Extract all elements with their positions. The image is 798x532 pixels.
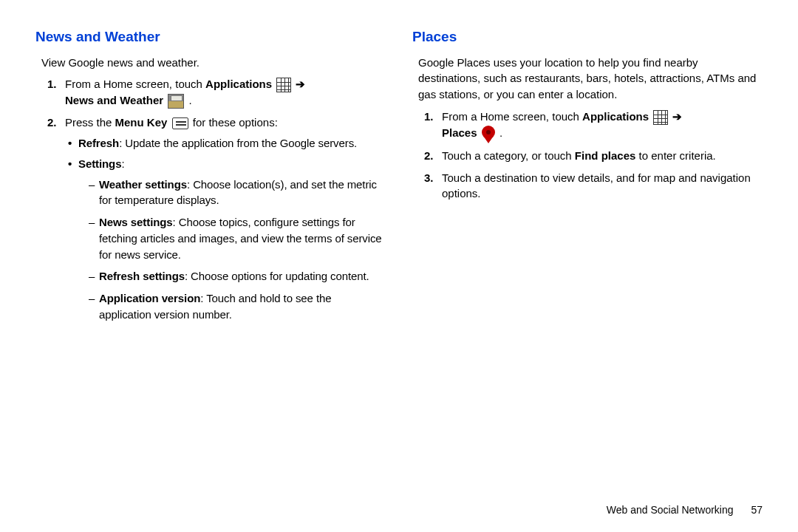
text: : Choose options for updating content. (185, 270, 369, 282)
arrow-icon: ➔ (296, 78, 305, 90)
steps-news-weather: 1. From a Home screen, touch Application… (47, 76, 386, 332)
sub-application-version: Application version: Touch and hold to s… (89, 290, 386, 323)
text: : (121, 157, 124, 170)
step-1: 1. From a Home screen, touch Application… (47, 76, 386, 109)
sub-news-settings: News settings: Choose topics, configure … (89, 214, 386, 262)
arrow-icon: ➔ (672, 110, 682, 123)
right-column: Places Google Places uses your location … (412, 27, 763, 502)
intro-places: Google Places uses your location to help… (418, 55, 763, 103)
applications-icon (653, 110, 668, 125)
step-number: 2. (47, 115, 65, 332)
text: From a Home screen, touch (65, 78, 205, 90)
label: Weather settings (99, 178, 187, 191)
heading-news-weather: News and Weather (35, 27, 386, 47)
label: News settings (99, 216, 173, 228)
footer-section: Web and Social Networking (607, 504, 734, 516)
applications-label: Applications (582, 110, 649, 123)
label: Refresh settings (99, 270, 185, 282)
step-1: 1. From a Home screen, touch Application… (424, 109, 763, 142)
options-list: Refresh: Update the application from the… (68, 135, 386, 329)
menu-key-label: Menu Key (115, 116, 168, 129)
sub-refresh-settings: Refresh settings: Choose options for upd… (89, 268, 386, 284)
text: to enter criteria. (635, 149, 715, 162)
applications-icon (276, 78, 291, 92)
step-number: 1. (47, 76, 65, 109)
menu-key-icon (172, 117, 188, 129)
news-weather-icon (168, 94, 184, 109)
step-number: 3. (424, 170, 442, 202)
page-columns: News and Weather View Google news and we… (35, 27, 763, 502)
places-label: Places (442, 126, 477, 139)
places-pin-icon (482, 126, 495, 142)
sub-weather-settings: Weather settings: Choose location(s), an… (89, 177, 386, 209)
text: . (497, 126, 502, 139)
text: Touch a category, or touch (442, 149, 575, 162)
text: Press the (65, 116, 115, 129)
settings-sublist: Weather settings: Choose location(s), an… (89, 177, 386, 323)
intro-news-weather: View Google news and weather. (41, 55, 386, 71)
step-number: 2. (424, 148, 442, 164)
applications-label: Applications (205, 78, 272, 90)
step-2: 2. Touch a category, or touch Find place… (424, 148, 763, 164)
page-footer: Web and Social Networking 57 (607, 504, 763, 516)
text: From a Home screen, touch (442, 110, 582, 123)
text: . (185, 94, 191, 106)
step-body: From a Home screen, touch Applications ➔… (65, 76, 386, 109)
step-2: 2. Press the Menu Key for these options:… (47, 115, 386, 332)
steps-places: 1. From a Home screen, touch Application… (424, 109, 763, 202)
text: for these options: (190, 116, 278, 129)
left-column: News and Weather View Google news and we… (35, 27, 386, 502)
news-weather-label: News and Weather (65, 94, 163, 106)
step-3: 3. Touch a destination to view details, … (424, 170, 763, 202)
option-refresh: Refresh: Update the application from the… (68, 135, 386, 151)
step-number: 1. (424, 109, 442, 142)
find-places-label: Find places (575, 149, 636, 162)
text: : Update the application from the Google… (119, 137, 357, 149)
step-body: From a Home screen, touch Applications ➔… (442, 109, 763, 142)
footer-page-number: 57 (751, 504, 763, 516)
step-body: Press the Menu Key for these options: Re… (65, 115, 386, 332)
step-body: Touch a category, or touch Find places t… (442, 148, 763, 164)
label: Settings (78, 157, 121, 170)
option-settings: Settings: Weather settings: Choose locat… (68, 156, 386, 329)
label: Application version (99, 292, 200, 304)
step-body: Touch a destination to view details, and… (442, 170, 763, 202)
label: Refresh (78, 137, 119, 149)
heading-places: Places (412, 27, 763, 47)
